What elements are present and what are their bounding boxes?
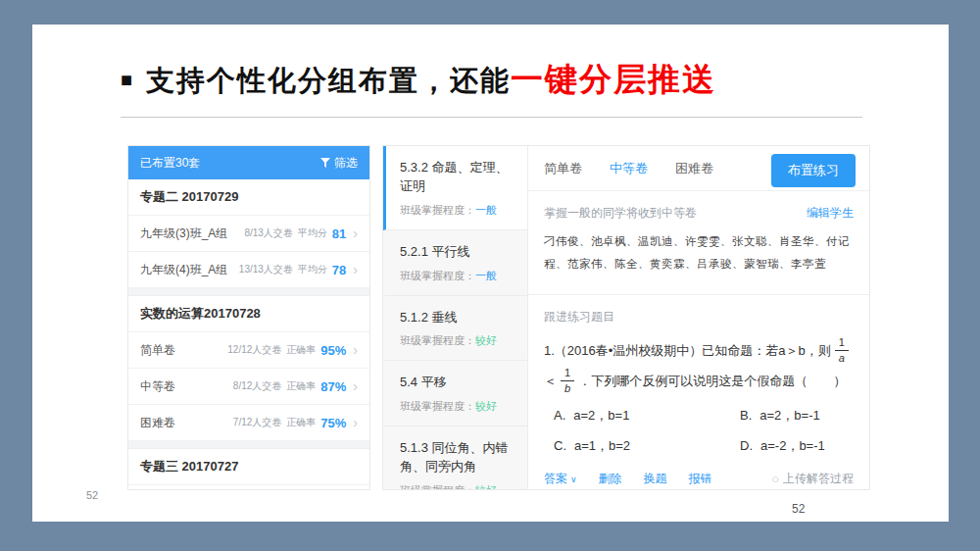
metric-label: 平均分 xyxy=(298,226,327,240)
swap-question-link[interactable]: 换题 xyxy=(644,471,667,487)
students-section: 掌握一般的同学将收到中等卷 编辑学生 刁伟俊、池卓枫、温凯迪、许雯雯、张文聪、肖… xyxy=(528,191,869,295)
option-key: C. xyxy=(554,438,566,453)
option-d[interactable]: D.a=-2，b=-1 xyxy=(740,437,854,455)
title-bullet-icon: ■ xyxy=(121,69,132,90)
submit-count: 13/13人交卷 xyxy=(239,263,293,276)
paper-tabs: 简单卷 中等卷 困难卷 布置练习 xyxy=(528,146,869,191)
fraction-1-over-b: 1b xyxy=(561,367,574,394)
paper-group-title[interactable]: 专题三 20170727 xyxy=(128,449,369,485)
tab-medium-paper[interactable]: 中等卷 xyxy=(610,160,648,177)
notice-text: 掌握一般的同学将收到中等卷 xyxy=(544,205,697,222)
title-text: 支持个性化分组布置，还能 xyxy=(146,65,511,96)
fraction-numerator: 1 xyxy=(561,367,574,381)
option-key: A. xyxy=(554,408,565,423)
chevron-down-icon: ∨ xyxy=(570,475,577,484)
submit-count: 8/12人交卷 xyxy=(233,379,281,393)
page-number-right: 52 xyxy=(792,502,805,516)
submit-count: 8/13人交卷 xyxy=(244,226,292,240)
paper-row[interactable]: 困难卷 7/12人交卷 正确率 75% › xyxy=(128,405,369,441)
option-key: D. xyxy=(740,438,753,453)
metric-label: 正确率 xyxy=(286,416,316,429)
fraction-denominator: b xyxy=(561,381,574,395)
followup-label: 跟进练习题目 xyxy=(544,309,854,326)
row-stats: 7/12人交卷 正确率 75% › xyxy=(233,416,358,430)
paper-row[interactable]: 中等卷 8/12人交卷 正确率 87% › xyxy=(128,369,369,405)
mastery-row: 班级掌握程度：较好 xyxy=(400,399,515,414)
mastery-row: 班级掌握程度：一般 xyxy=(400,203,515,218)
mastery-level: 一般 xyxy=(475,270,497,281)
mastery-row: 班级掌握程度：较好 xyxy=(400,333,515,348)
page-number-left: 52 xyxy=(86,489,98,501)
mastery-level: 较好 xyxy=(475,484,497,490)
radio-circle-icon: ○ xyxy=(771,473,779,485)
mastery-row: 班级掌握程度：一般 xyxy=(400,269,515,283)
delete-link[interactable]: 删除 xyxy=(599,471,622,487)
topic-item-5-2-1[interactable]: 5.2.1 平行线 班级掌握程度：一般 xyxy=(383,230,527,296)
option-text: a=1，b=2 xyxy=(574,438,630,453)
filter-label: 筛选 xyxy=(334,155,358,172)
tab-hard-paper[interactable]: 困难卷 xyxy=(675,160,713,177)
topic-list: 5.3.2 命题、定理、证明 班级掌握程度：一般 5.2.1 平行线 班级掌握程… xyxy=(383,146,528,489)
row-name: 中等卷 xyxy=(140,378,175,395)
assign-practice-button[interactable]: 布置练习 xyxy=(771,154,856,187)
group-title-label: 实数的运算20170728 xyxy=(140,305,261,323)
row-name: 九年级(3)班_A组 xyxy=(140,225,227,242)
less-than-sign: ＜ xyxy=(544,374,557,388)
metric-value: 75% xyxy=(320,416,346,430)
paper-row[interactable]: 简单卷 12/12人交卷 正确率 95% › xyxy=(128,332,369,369)
option-a[interactable]: A.a=2，b=1 xyxy=(554,407,740,425)
paper-row[interactable]: 九年级(4)班_A组 13/13人交卷 平均分 78 › xyxy=(128,252,369,288)
question-text: 1.（2016春•温州校级期中）已知命题：若a＞b，则1a＜1b．下列哪个反例可… xyxy=(544,336,854,398)
metric-value: 87% xyxy=(320,379,346,394)
answer-label: 答案 xyxy=(544,472,567,485)
row-name: 九年级(4)班_A组 xyxy=(140,262,227,278)
option-c[interactable]: C.a=1，b=2 xyxy=(554,437,740,455)
topic-item-5-3-2[interactable]: 5.3.2 命题、定理、证明 班级掌握程度：一般 xyxy=(383,146,527,230)
question-prefix: 1.（2016春•温州校级期中）已知命题：若a＞b，则 xyxy=(544,343,831,358)
topic-title: 5.1.2 垂线 xyxy=(400,309,515,327)
topic-title: 5.1.3 同位角、内错角、同旁内角 xyxy=(400,439,515,476)
filter-button[interactable]: 筛选 xyxy=(320,155,358,172)
group-title-label: 专题二 20170729 xyxy=(140,188,238,206)
metric-label: 平均分 xyxy=(298,263,327,276)
topic-item-5-1-3[interactable]: 5.1.3 同位角、内错角、同旁内角 班级掌握程度：较好 xyxy=(383,426,527,490)
metric-value: 78 xyxy=(332,263,346,277)
submit-count: 7/12人交卷 xyxy=(233,416,281,429)
question-section: 跟进练习题目 1.（2016春•温州校级期中）已知命题：若a＞b，则1a＜1b．… xyxy=(528,295,869,490)
section-separator xyxy=(128,288,369,296)
fraction-1-over-a: 1a xyxy=(835,336,849,364)
paper-row[interactable]: 九年级(3)班_A组 8/13人交卷 平均分 81 › xyxy=(128,216,369,252)
practice-panel: 5.3.2 命题、定理、证明 班级掌握程度：一般 5.2.1 平行线 班级掌握程… xyxy=(382,145,870,490)
row-name: 简单卷 xyxy=(140,342,175,359)
paper-group-title[interactable]: 实数的运算20170728 xyxy=(128,296,369,332)
paper-group-title[interactable]: 专题二 20170729 xyxy=(128,179,369,216)
edit-students-link[interactable]: 编辑学生 xyxy=(807,205,854,222)
topic-title: 5.4 平移 xyxy=(400,374,515,392)
topic-title: 5.2.1 平行线 xyxy=(400,243,515,262)
option-b[interactable]: B.a=2，b=-1 xyxy=(740,407,854,425)
assigned-papers-panel: 已布置30套 筛选 专题二 20170729 九年级(3)班_A组 8/13人交… xyxy=(127,145,370,490)
assigned-count-label: 已布置30套 xyxy=(140,155,200,172)
assigned-papers-header: 已布置30套 筛选 xyxy=(128,146,369,179)
topic-item-5-1-2[interactable]: 5.1.2 垂线 班级掌握程度：较好 xyxy=(383,296,527,362)
answer-link[interactable]: 答案∨ xyxy=(544,471,577,487)
student-names: 刁伟俊、池卓枫、温凯迪、许雯雯、张文聪、肖圣华、付记程、范家伟、陈全、黄奕霖、吕… xyxy=(544,230,854,276)
page-background: ■支持个性化分组布置，还能一键分层推送 已布置30套 筛选 专题二 201707… xyxy=(0,0,980,551)
upload-label: 上传解答过程 xyxy=(783,471,854,487)
option-text: a=2，b=-1 xyxy=(760,408,819,423)
row-name: 困难卷 xyxy=(140,415,175,431)
tab-easy-paper[interactable]: 简单卷 xyxy=(544,160,582,177)
report-error-link[interactable]: 报错 xyxy=(689,471,712,487)
question-footer: 答案∨ 删除 换题 报错 ○ 上传解答过程 xyxy=(544,471,854,487)
topic-item-5-4[interactable]: 5.4 平移 班级掌握程度：较好 xyxy=(383,361,527,426)
metric-value: 81 xyxy=(332,226,346,241)
question-suffix: ．下列哪个反例可以说明这是个假命题（ ） xyxy=(578,374,846,388)
submit-count: 12/12人交卷 xyxy=(227,343,281,357)
row-stats: 13/13人交卷 平均分 78 › xyxy=(239,263,358,277)
slide: ■支持个性化分组布置，还能一键分层推送 已布置30套 筛选 专题二 201707… xyxy=(32,25,949,522)
metric-label: 正确率 xyxy=(286,343,316,357)
upload-solution-toggle[interactable]: ○ 上传解答过程 xyxy=(771,471,854,487)
answer-options: A.a=2，b=1 B.a=2，b=-1 C.a=1，b=2 D.a=-2，b=… xyxy=(554,407,854,455)
chevron-right-icon: › xyxy=(353,343,358,357)
chevron-right-icon: › xyxy=(353,416,358,429)
